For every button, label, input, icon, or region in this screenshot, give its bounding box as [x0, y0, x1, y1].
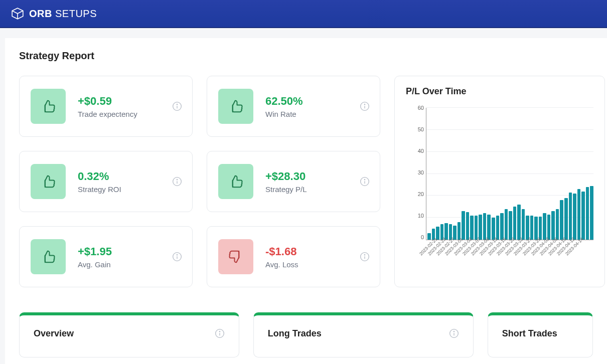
panel-title: Overview — [34, 328, 74, 339]
thumbs-down-icon — [218, 239, 253, 274]
info-icon[interactable] — [360, 101, 370, 111]
chart-bar[interactable] — [505, 209, 508, 240]
chart-area: 6050403020100 2023-02-212023-02-232023-0… — [406, 105, 593, 265]
chart-bar[interactable] — [427, 233, 431, 240]
chart-bar[interactable] — [522, 209, 525, 240]
chart-bar[interactable] — [530, 216, 534, 240]
chart-bar[interactable] — [586, 187, 589, 240]
stat-card-trade-expectency: +$0.59 Trade expectency — [19, 76, 193, 137]
chart-bar[interactable] — [444, 223, 448, 240]
chart-bar[interactable] — [590, 186, 593, 240]
svg-point-21 — [219, 331, 220, 332]
chart-x-axis: 2023-02-212023-02-232023-02-272023-03-01… — [426, 240, 593, 265]
svg-point-6 — [364, 104, 365, 105]
stat-label: Win Rate — [265, 110, 303, 118]
chart-bar[interactable] — [483, 213, 487, 240]
stat-value: 0.32% — [78, 170, 121, 183]
stat-value: +$0.59 — [78, 95, 137, 108]
brand-text: ORB SETUPS — [29, 8, 97, 20]
stat-label: Trade expectency — [78, 110, 137, 118]
panel-overview[interactable]: Overview — [19, 312, 239, 357]
thumbs-up-icon — [218, 89, 253, 124]
cube-icon — [11, 7, 24, 20]
stat-label: Avg. Loss — [265, 260, 298, 269]
panel-title: Short Trades — [502, 328, 557, 339]
panel-title: Long Trades — [268, 328, 322, 339]
thumbs-up-icon — [31, 89, 66, 124]
chart-bar[interactable] — [487, 215, 491, 240]
chart-bar[interactable] — [496, 216, 500, 240]
chart-bar[interactable] — [513, 207, 517, 240]
svg-point-9 — [177, 179, 177, 180]
chart-bar[interactable] — [577, 189, 581, 240]
info-icon[interactable] — [172, 252, 182, 262]
stat-label: Strategy P/L — [265, 185, 307, 194]
chart-bar[interactable] — [517, 205, 521, 240]
chart-bar[interactable] — [560, 200, 563, 240]
chart-bar[interactable] — [539, 217, 542, 240]
chart-y-axis: 6050403020100 — [406, 105, 424, 240]
svg-point-12 — [364, 179, 365, 180]
stat-value: 62.50% — [265, 95, 303, 108]
chart-bar[interactable] — [573, 194, 576, 240]
chart-bar[interactable] — [470, 216, 474, 240]
chart-bar[interactable] — [479, 215, 482, 240]
stat-card-strategy-roi: 0.32% Strategy ROI — [19, 151, 193, 212]
bottom-panels: Overview Long Trades Short Trades — [19, 312, 593, 357]
brand-logo[interactable]: ORB SETUPS — [11, 7, 97, 20]
info-icon[interactable] — [360, 176, 370, 187]
stat-grid: +$0.59 Trade expectency 62.50% Win Rate — [19, 76, 380, 287]
stat-card-win-rate: 62.50% Win Rate — [207, 76, 380, 137]
chart-bar[interactable] — [569, 193, 572, 240]
stat-label: Avg. Gain — [78, 260, 112, 269]
stat-value: -$1.68 — [265, 245, 298, 258]
panel-long-trades[interactable]: Long Trades — [253, 312, 474, 357]
stat-card-avg-gain: +$1.95 Avg. Gain — [19, 226, 193, 287]
info-icon[interactable] — [360, 252, 370, 262]
chart-bar[interactable] — [436, 227, 439, 240]
chart-bar[interactable] — [564, 198, 568, 240]
svg-point-18 — [364, 255, 365, 255]
chart-title: P/L Over Time — [406, 86, 593, 97]
stat-value: +$28.30 — [265, 170, 307, 183]
chart-bar[interactable] — [509, 211, 512, 240]
chart-bar[interactable] — [453, 226, 457, 240]
thumbs-up-icon — [31, 164, 66, 199]
page-title: Strategy Report — [19, 50, 593, 62]
chart-bar[interactable] — [543, 213, 546, 240]
chart-bar[interactable] — [556, 209, 559, 240]
main-content: Strategy Report +$0.59 Trade expectency — [5, 38, 607, 364]
thumbs-up-icon — [218, 164, 253, 199]
svg-point-15 — [177, 255, 177, 255]
info-icon[interactable] — [215, 328, 225, 338]
stat-label: Strategy ROI — [78, 185, 121, 194]
panel-short-trades[interactable]: Short Trades — [488, 312, 593, 357]
info-icon[interactable] — [172, 101, 182, 111]
info-icon[interactable] — [449, 328, 459, 338]
svg-point-24 — [453, 331, 454, 332]
pl-over-time-chart: P/L Over Time 6050403020100 2023-02-2120… — [394, 76, 605, 287]
chart-plot — [426, 108, 593, 240]
chart-bar[interactable] — [462, 211, 465, 240]
chart-bar[interactable] — [551, 211, 555, 240]
stat-value: +$1.95 — [78, 245, 112, 258]
stat-card-strategy-pl: +$28.30 Strategy P/L — [207, 151, 380, 212]
info-icon[interactable] — [172, 176, 182, 187]
chart-bar[interactable] — [500, 213, 504, 240]
svg-point-3 — [177, 104, 177, 105]
thumbs-up-icon — [31, 239, 66, 274]
chart-bar[interactable] — [534, 217, 538, 240]
chart-bar[interactable] — [581, 192, 585, 240]
stat-card-avg-loss: -$1.68 Avg. Loss — [207, 226, 380, 287]
chart-bar[interactable] — [475, 216, 478, 240]
chart-bar[interactable] — [466, 212, 470, 240]
chart-bar[interactable] — [547, 215, 551, 240]
app-header: ORB SETUPS — [0, 0, 607, 28]
